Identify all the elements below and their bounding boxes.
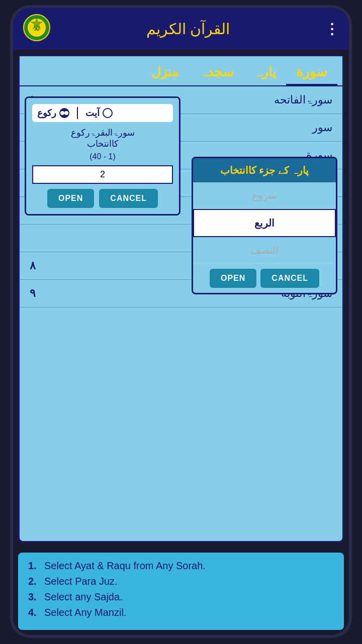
instruction-number-3: 3.: [28, 591, 40, 603]
nav-tabs: سورة پارہ سجدہ منزل: [20, 56, 342, 86]
ayat-open-button[interactable]: OPEN: [47, 189, 94, 208]
main-content: سورة پارہ سجدہ منزل ١ سورۃالفاتحه ٢ سور …: [18, 55, 344, 543]
radio-ayat-label: آیت: [85, 108, 100, 119]
instruction-1: 1. Select Ayat & Raqu from Any Sorah.: [28, 560, 334, 572]
radio-raku-option[interactable]: رکوع: [37, 108, 69, 119]
instructions: 1. Select Ayat & Raqu from Any Sorah. 2.…: [18, 553, 344, 630]
instruction-number-1: 1.: [28, 560, 40, 572]
radio-ayat-option[interactable]: آیت: [85, 108, 113, 119]
row-name: سور: [312, 121, 332, 134]
instruction-2: 2. Select Para Juz.: [28, 576, 334, 587]
svg-text:القرآن الكريم: القرآن الكريم: [146, 20, 230, 38]
ayat-button-row: CANCEL OPEN: [32, 189, 173, 208]
instruction-number-4: 4.: [28, 607, 40, 618]
instruction-text-4: Select Any Manzil.: [44, 607, 126, 618]
tab-para[interactable]: پارہ: [244, 60, 286, 85]
tab-surah[interactable]: سورة: [286, 60, 337, 85]
instruction-text-2: Select Para Juz.: [44, 576, 118, 587]
row-number: ٩: [30, 287, 50, 300]
popup-para: پارہ کے جزء کاانتخاب شروع الربع النصف CA…: [192, 157, 337, 294]
para-cancel-button[interactable]: CANCEL: [260, 269, 319, 288]
popup-para-header: پارہ کے جزء کاانتخاب: [193, 158, 336, 182]
popup-para-header-text: پارہ کے جزء کاانتخاب: [220, 165, 309, 176]
row-number: ٨: [30, 259, 50, 272]
header-title: القرآن الكريم: [138, 14, 238, 44]
instruction-3: 3. Select any Sajda.: [28, 591, 334, 603]
row-name: سورۃالفاتحه: [274, 93, 332, 106]
para-button-row: CANCEL OPEN: [193, 264, 336, 293]
popup-ayat-title: سورۃالبقرۃرکوعکاانتخاب: [32, 127, 173, 149]
header-logo: تلا: [23, 14, 51, 44]
header: تلا القرآن الكريم ⋮: [13, 8, 349, 50]
radio-row: رکوع آیت: [32, 104, 173, 122]
ayat-number-input[interactable]: [32, 165, 173, 184]
tab-sajda[interactable]: سجدہ: [189, 60, 244, 85]
para-option-nisf[interactable]: النصف: [193, 237, 336, 264]
radio-raku-circle: [59, 108, 69, 118]
ayat-cancel-button[interactable]: CANCEL: [99, 189, 158, 208]
instruction-text-1: Select Ayat & Raqu from Any Sorah.: [44, 560, 206, 572]
instruction-text-3: Select any Sajda.: [44, 591, 123, 603]
tab-manzil[interactable]: منزل: [141, 60, 189, 85]
para-open-button[interactable]: OPEN: [210, 269, 256, 288]
para-option-sharou[interactable]: شروع: [193, 182, 336, 209]
para-option-rubع[interactable]: الربع: [193, 209, 336, 237]
popup-ayat: رکوع آیت سورۃالبقرۃرکوعکاانتخاب (1 - 40)…: [25, 96, 180, 216]
instruction-4: 4. Select Any Manzil.: [28, 607, 334, 618]
divider: [77, 107, 78, 119]
header-menu-icon[interactable]: ⋮: [325, 21, 339, 37]
radio-raku-label: رکوع: [37, 108, 56, 119]
radio-ayat-circle: [103, 108, 113, 118]
popup-ayat-range: (1 - 40): [32, 152, 173, 161]
instruction-number-2: 2.: [28, 576, 40, 587]
phone-frame: تلا القرآن الكريم ⋮ سورة پارہ سجدہ منزل …: [10, 5, 352, 638]
